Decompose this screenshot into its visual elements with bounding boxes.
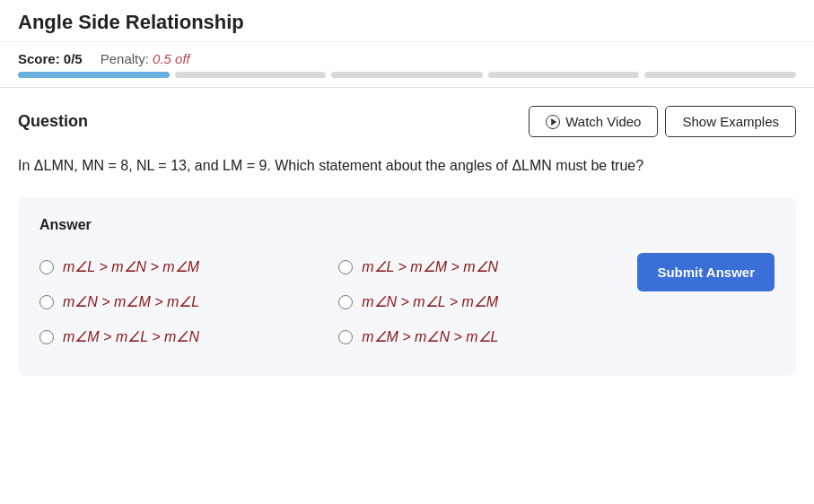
- submit-answer-button[interactable]: Submit Answer: [637, 253, 775, 291]
- answer-label: Answer: [39, 217, 775, 233]
- option-5[interactable]: m∠M > m∠L > m∠N: [39, 319, 329, 354]
- option-2-radio[interactable]: [338, 260, 353, 274]
- options-left-column: m∠L > m∠N > m∠M m∠N > m∠M > m∠L m∠M > m∠…: [39, 249, 329, 354]
- option-1-text: m∠L > m∠N > m∠M: [63, 258, 199, 275]
- option-1-radio[interactable]: [39, 260, 54, 274]
- option-3-radio[interactable]: [39, 295, 54, 309]
- progress-segment-3: [331, 72, 483, 78]
- options-right-column: m∠L > m∠M > m∠N m∠N > m∠L > m∠M m∠M > m∠…: [338, 249, 628, 354]
- score-bar: Score: 0/5 Penalty: 0.5 off: [0, 42, 814, 72]
- option-6[interactable]: m∠M > m∠N > m∠L: [338, 319, 628, 354]
- score-display: Score: 0/5: [18, 51, 83, 66]
- option-6-radio[interactable]: [338, 330, 353, 344]
- options-with-submit: m∠L > m∠N > m∠M m∠N > m∠M > m∠L m∠M > m∠…: [39, 249, 775, 354]
- option-6-text: m∠M > m∠N > m∠L: [362, 328, 498, 345]
- play-icon: [546, 115, 560, 129]
- page-title: Angle Side Relationship: [18, 11, 244, 33]
- question-section: Question Watch Video Show Examples In ΔL…: [0, 88, 814, 385]
- action-buttons: Watch Video Show Examples: [529, 106, 796, 137]
- watch-video-button[interactable]: Watch Video: [529, 106, 658, 137]
- submit-column: Submit Answer: [637, 249, 775, 291]
- question-text: In ΔLMN, MN = 8, NL = 13, and LM = 9. Wh…: [18, 153, 796, 178]
- option-4-text: m∠N > m∠L > m∠M: [362, 293, 498, 310]
- show-examples-button[interactable]: Show Examples: [665, 106, 796, 137]
- progress-bar: [0, 72, 814, 87]
- option-2-text: m∠L > m∠M > m∠N: [362, 258, 498, 275]
- progress-segment-4: [488, 72, 640, 78]
- option-1[interactable]: m∠L > m∠N > m∠M: [39, 249, 329, 284]
- option-5-radio[interactable]: [39, 330, 54, 344]
- question-header: Question Watch Video Show Examples: [18, 106, 796, 137]
- progress-segment-5: [644, 72, 796, 78]
- option-3[interactable]: m∠N > m∠M > m∠L: [39, 284, 329, 319]
- question-label: Question: [18, 112, 88, 131]
- option-4-radio[interactable]: [338, 295, 353, 309]
- page-header: Angle Side Relationship: [0, 0, 814, 42]
- answer-box: Answer m∠L > m∠N > m∠M m∠N > m∠M > m∠L m…: [18, 197, 796, 376]
- penalty-display: Penalty: 0.5 off: [101, 51, 190, 66]
- option-5-text: m∠M > m∠L > m∠N: [63, 328, 199, 345]
- option-3-text: m∠N > m∠M > m∠L: [63, 293, 199, 310]
- progress-segment-2: [175, 72, 327, 78]
- option-4[interactable]: m∠N > m∠L > m∠M: [338, 284, 628, 319]
- option-2[interactable]: m∠L > m∠M > m∠N: [338, 249, 628, 284]
- progress-segment-1: [18, 72, 170, 78]
